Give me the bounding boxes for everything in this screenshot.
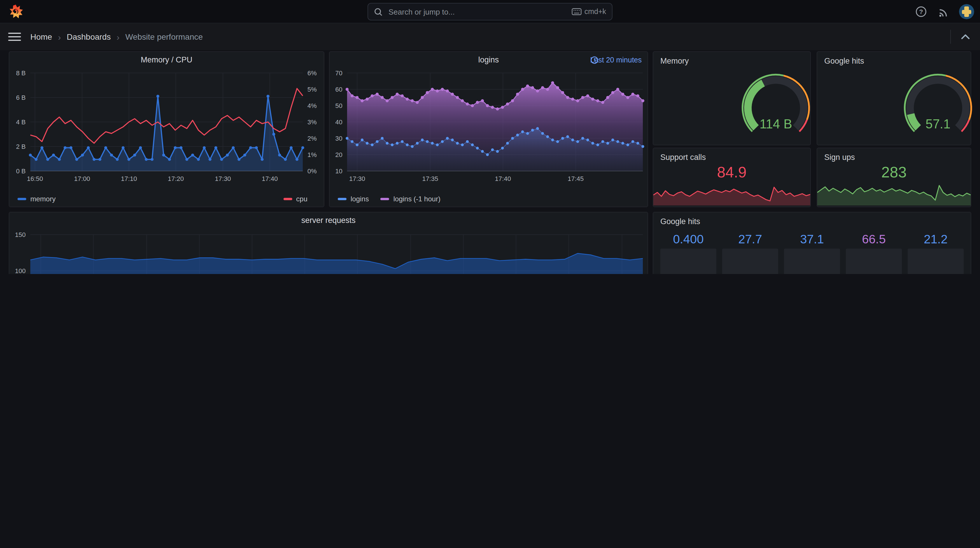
logins-chart: 17:3017:3517:4017:4570605040302010 bbox=[329, 67, 649, 195]
bar-gauge-column: 21.2E-series bbox=[908, 232, 964, 274]
panel-memory-cpu: Memory / CPU 16:5017:0017:1017:2017:3017… bbox=[9, 51, 325, 207]
svg-text:16:50: 16:50 bbox=[27, 175, 43, 182]
panel-title[interactable]: Google hits bbox=[660, 217, 700, 226]
panel-memory-gauge: Memory 114 B bbox=[653, 51, 811, 145]
svg-text:6%: 6% bbox=[307, 69, 317, 77]
grafana-logo-icon[interactable] bbox=[8, 4, 23, 19]
svg-text:100: 100 bbox=[15, 267, 25, 274]
legend: loginslogins (-1 hour) bbox=[338, 195, 441, 203]
search-box[interactable]: cmd+k bbox=[368, 3, 612, 21]
svg-text:150: 150 bbox=[15, 231, 25, 238]
bar-gauge-value: 0.400 bbox=[660, 232, 716, 249]
panel-title[interactable]: server requests bbox=[10, 216, 648, 225]
bar-gauge-value: 37.1 bbox=[784, 232, 840, 249]
keyboard-shortcut: cmd+k bbox=[572, 8, 606, 16]
panel-title[interactable]: Sign ups bbox=[824, 153, 855, 162]
legend-item[interactable]: memory bbox=[18, 195, 56, 203]
svg-text:4 B: 4 B bbox=[16, 118, 25, 126]
svg-text:50: 50 bbox=[336, 102, 342, 110]
svg-text:0 B: 0 B bbox=[16, 167, 25, 175]
svg-text:17:45: 17:45 bbox=[568, 175, 584, 182]
svg-text:5%: 5% bbox=[307, 86, 317, 93]
bar-gauge-column: 37.1C-series bbox=[784, 232, 840, 274]
grafana-dashboard: cmd+k ? Home › Dashboards › Website perf… bbox=[0, 0, 980, 274]
search-icon bbox=[374, 7, 383, 16]
stat-value: 283 bbox=[817, 163, 970, 182]
svg-text:17:35: 17:35 bbox=[422, 175, 438, 182]
panel-title[interactable]: Support calls bbox=[660, 153, 706, 162]
svg-text:2 B: 2 B bbox=[16, 143, 25, 150]
google-hits-gauge: 57.1 bbox=[894, 72, 980, 137]
sign-ups-sparkline bbox=[817, 180, 970, 206]
breadcrumb: Home › Dashboards › Website performance bbox=[30, 32, 203, 42]
svg-text:60: 60 bbox=[336, 86, 342, 93]
svg-text:20: 20 bbox=[336, 151, 342, 158]
bar-gauge-value: 27.7 bbox=[722, 232, 778, 249]
breadcrumb-current: Website performance bbox=[126, 32, 203, 41]
svg-text:0%: 0% bbox=[307, 167, 317, 175]
svg-text:6 B: 6 B bbox=[16, 94, 25, 101]
collapse-chevron-up-icon[interactable] bbox=[959, 30, 972, 43]
panel-title[interactable]: Memory / CPU bbox=[10, 56, 324, 64]
svg-text:17:30: 17:30 bbox=[349, 175, 365, 182]
svg-text:?: ? bbox=[919, 8, 923, 16]
svg-text:70: 70 bbox=[336, 69, 342, 77]
svg-text:17:40: 17:40 bbox=[262, 175, 278, 182]
panel-logins: logins Last 20 minutes 17:3017:3517:4017… bbox=[329, 51, 648, 207]
svg-text:8 B: 8 B bbox=[16, 69, 25, 77]
bar-gauge-column: 0.400A-series bbox=[660, 232, 716, 274]
bar-gauge: 0.400A-series27.7B-series37.1C-series66.… bbox=[660, 232, 964, 274]
svg-text:1%: 1% bbox=[307, 151, 317, 158]
bar-gauge-value: 21.2 bbox=[908, 232, 964, 249]
memory-gauge: 114 B bbox=[732, 72, 819, 137]
help-icon[interactable]: ? bbox=[915, 5, 928, 18]
breadcrumb-separator: › bbox=[117, 32, 119, 42]
svg-text:40: 40 bbox=[336, 118, 342, 126]
menu-toggle-icon[interactable] bbox=[8, 30, 21, 43]
svg-text:2%: 2% bbox=[307, 135, 317, 142]
svg-text:3%: 3% bbox=[307, 118, 317, 126]
svg-text:17:20: 17:20 bbox=[168, 175, 184, 182]
legend: cpu bbox=[283, 195, 307, 203]
breadcrumb-dashboards[interactable]: Dashboards bbox=[67, 32, 111, 41]
legend-item[interactable]: logins (-1 hour) bbox=[381, 195, 441, 203]
panel-sign-ups: Sign ups 283 bbox=[817, 148, 971, 207]
top-navigation-bar: cmd+k ? bbox=[0, 0, 980, 23]
legend: memory bbox=[18, 195, 56, 203]
svg-text:30: 30 bbox=[336, 135, 342, 142]
legend-item[interactable]: cpu bbox=[283, 195, 307, 203]
svg-text:17:40: 17:40 bbox=[495, 175, 511, 182]
bar-gauge-column: 27.7B-series bbox=[722, 232, 778, 274]
bar-gauge-column: 66.5D-series bbox=[846, 232, 902, 274]
bar-gauge-value: 66.5 bbox=[846, 232, 902, 249]
svg-text:4%: 4% bbox=[307, 102, 317, 110]
support-calls-sparkline bbox=[653, 180, 810, 206]
panel-google-hits-gauge: Google hits 57.1 bbox=[817, 51, 971, 145]
server-requests-chart: 16:5016:5517:0017:0517:1017:1517:2017:25… bbox=[10, 228, 649, 274]
news-rss-icon[interactable] bbox=[937, 5, 950, 18]
memory-cpu-chart: 16:5017:0017:1017:2017:3017:408 B6 B4 B2… bbox=[10, 67, 325, 195]
topbar-actions: ? bbox=[915, 0, 974, 23]
time-range-link[interactable]: Last 20 minutes bbox=[590, 56, 642, 64]
stat-value: 84.9 bbox=[653, 163, 810, 182]
breadcrumb-home[interactable]: Home bbox=[30, 32, 52, 41]
breadcrumb-separator: › bbox=[58, 32, 61, 42]
panel-server-requests: server requests 16:5016:5517:0017:0517:1… bbox=[9, 212, 648, 274]
panel-google-hits-bars: Google hits 0.400A-series27.7B-series37.… bbox=[653, 212, 971, 274]
svg-text:17:00: 17:00 bbox=[74, 175, 90, 182]
svg-text:17:30: 17:30 bbox=[215, 175, 231, 182]
search-input[interactable] bbox=[387, 7, 567, 17]
svg-text:17:10: 17:10 bbox=[121, 175, 137, 182]
svg-text:10: 10 bbox=[336, 167, 342, 175]
clock-icon bbox=[590, 56, 598, 64]
legend-item[interactable]: logins bbox=[338, 195, 369, 203]
divider bbox=[950, 30, 951, 44]
svg-text:57.1: 57.1 bbox=[925, 117, 950, 131]
panel-support-calls: Support calls 84.9 bbox=[653, 148, 811, 207]
panel-title[interactable]: Memory bbox=[660, 57, 689, 65]
panel-title[interactable]: Google hits bbox=[824, 57, 864, 65]
breadcrumb-bar: Home › Dashboards › Website performance bbox=[0, 23, 980, 50]
svg-text:114 B: 114 B bbox=[759, 117, 792, 131]
keyboard-icon bbox=[572, 8, 582, 15]
user-avatar[interactable] bbox=[959, 4, 974, 19]
